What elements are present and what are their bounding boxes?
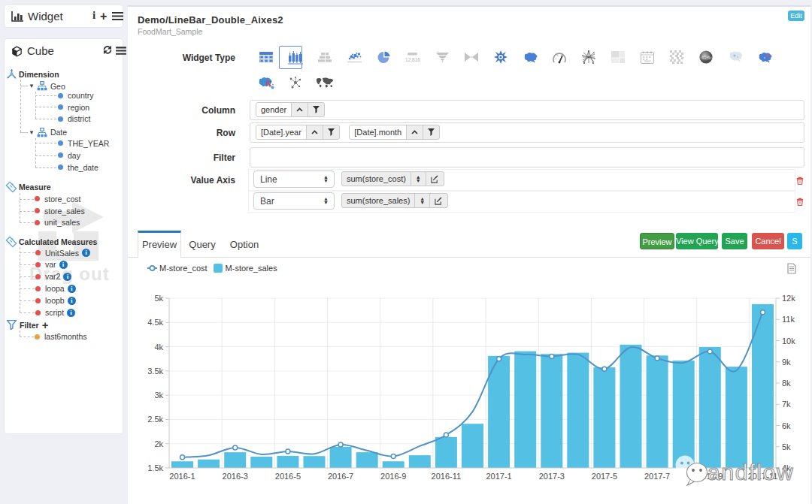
svg-text:3k: 3k [154,391,163,400]
svg-text:2016-9: 2016-9 [380,472,406,481]
svg-text:7k: 7k [782,400,791,409]
svg-text:2017-7: 2017-7 [644,472,670,481]
svg-text:2016-1: 2016-1 [169,472,195,481]
svg-text:4.5k: 4.5k [147,318,163,327]
svg-text:2017-3: 2017-3 [539,472,565,481]
svg-text:andflow: andflow [707,460,794,484]
svg-text:2k: 2k [154,439,163,448]
svg-text:5k: 5k [154,294,163,303]
svg-text:2016-3: 2016-3 [223,472,248,481]
svg-text:9k: 9k [782,358,791,367]
svg-text:2016-7: 2016-7 [328,472,353,481]
svg-text:2.5k: 2.5k [147,415,163,424]
svg-text:1.5k: 1.5k [147,463,163,472]
svg-text:11k: 11k [782,315,795,324]
svg-text:10k: 10k [782,337,795,346]
svg-text:12,816: 12,816 [405,57,420,62]
svg-text:65%: 65% [702,55,710,59]
svg-text:2016-11: 2016-11 [432,472,462,481]
svg-text:8k: 8k [782,379,791,388]
svg-text:5k: 5k [782,442,791,451]
svg-text:2017-5: 2017-5 [592,472,617,481]
svg-text:2016-5: 2016-5 [275,472,301,481]
svg-text:4k: 4k [154,343,163,352]
svg-text:2007: 2007 [644,59,652,63]
svg-text:6k: 6k [782,421,791,430]
svg-text:3.5k: 3.5k [147,367,163,376]
svg-text:12k: 12k [782,294,795,303]
svg-text:2017-1: 2017-1 [486,472,511,481]
